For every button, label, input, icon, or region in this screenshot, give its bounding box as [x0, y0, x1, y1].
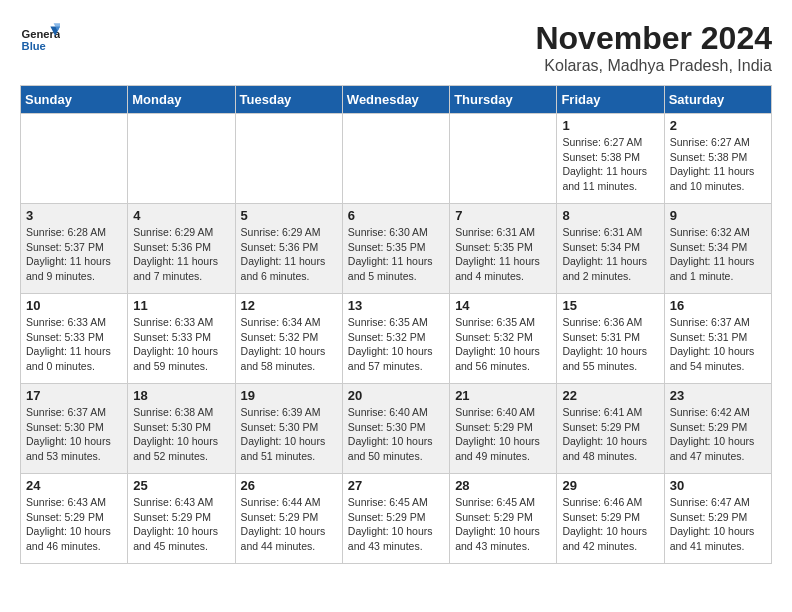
- cell-info: Sunrise: 6:43 AM Sunset: 5:29 PM Dayligh…: [26, 495, 122, 554]
- month-year: November 2024: [535, 20, 772, 57]
- calendar-cell: 8Sunrise: 6:31 AM Sunset: 5:34 PM Daylig…: [557, 204, 664, 294]
- day-number: 28: [455, 478, 551, 493]
- location: Kolaras, Madhya Pradesh, India: [535, 57, 772, 75]
- calendar-cell: 28Sunrise: 6:45 AM Sunset: 5:29 PM Dayli…: [450, 474, 557, 564]
- calendar-cell: 2Sunrise: 6:27 AM Sunset: 5:38 PM Daylig…: [664, 114, 771, 204]
- calendar-cell: 29Sunrise: 6:46 AM Sunset: 5:29 PM Dayli…: [557, 474, 664, 564]
- day-number: 15: [562, 298, 658, 313]
- cell-info: Sunrise: 6:44 AM Sunset: 5:29 PM Dayligh…: [241, 495, 337, 554]
- day-number: 11: [133, 298, 229, 313]
- day-number: 13: [348, 298, 444, 313]
- calendar-header-row: SundayMondayTuesdayWednesdayThursdayFrid…: [21, 86, 772, 114]
- calendar-cell: [21, 114, 128, 204]
- calendar-cell: 25Sunrise: 6:43 AM Sunset: 5:29 PM Dayli…: [128, 474, 235, 564]
- day-header-saturday: Saturday: [664, 86, 771, 114]
- calendar-cell: [450, 114, 557, 204]
- cell-info: Sunrise: 6:33 AM Sunset: 5:33 PM Dayligh…: [133, 315, 229, 374]
- day-number: 14: [455, 298, 551, 313]
- day-number: 20: [348, 388, 444, 403]
- calendar-week-row: 24Sunrise: 6:43 AM Sunset: 5:29 PM Dayli…: [21, 474, 772, 564]
- logo-icon: General Blue: [20, 20, 60, 60]
- day-number: 22: [562, 388, 658, 403]
- day-number: 19: [241, 388, 337, 403]
- day-number: 16: [670, 298, 766, 313]
- day-number: 2: [670, 118, 766, 133]
- cell-info: Sunrise: 6:27 AM Sunset: 5:38 PM Dayligh…: [670, 135, 766, 194]
- day-number: 4: [133, 208, 229, 223]
- calendar-table: SundayMondayTuesdayWednesdayThursdayFrid…: [20, 85, 772, 564]
- calendar-week-row: 10Sunrise: 6:33 AM Sunset: 5:33 PM Dayli…: [21, 294, 772, 384]
- title-block: November 2024 Kolaras, Madhya Pradesh, I…: [535, 20, 772, 75]
- cell-info: Sunrise: 6:33 AM Sunset: 5:33 PM Dayligh…: [26, 315, 122, 374]
- day-number: 21: [455, 388, 551, 403]
- logo: General Blue: [20, 20, 60, 60]
- calendar-cell: 3Sunrise: 6:28 AM Sunset: 5:37 PM Daylig…: [21, 204, 128, 294]
- day-number: 9: [670, 208, 766, 223]
- calendar-week-row: 17Sunrise: 6:37 AM Sunset: 5:30 PM Dayli…: [21, 384, 772, 474]
- calendar-cell: 7Sunrise: 6:31 AM Sunset: 5:35 PM Daylig…: [450, 204, 557, 294]
- calendar-week-row: 1Sunrise: 6:27 AM Sunset: 5:38 PM Daylig…: [21, 114, 772, 204]
- cell-info: Sunrise: 6:29 AM Sunset: 5:36 PM Dayligh…: [241, 225, 337, 284]
- day-number: 30: [670, 478, 766, 493]
- cell-info: Sunrise: 6:37 AM Sunset: 5:31 PM Dayligh…: [670, 315, 766, 374]
- day-header-monday: Monday: [128, 86, 235, 114]
- calendar-cell: 21Sunrise: 6:40 AM Sunset: 5:29 PM Dayli…: [450, 384, 557, 474]
- cell-info: Sunrise: 6:29 AM Sunset: 5:36 PM Dayligh…: [133, 225, 229, 284]
- calendar-cell: [128, 114, 235, 204]
- day-number: 27: [348, 478, 444, 493]
- day-header-friday: Friday: [557, 86, 664, 114]
- calendar-cell: 6Sunrise: 6:30 AM Sunset: 5:35 PM Daylig…: [342, 204, 449, 294]
- day-number: 1: [562, 118, 658, 133]
- cell-info: Sunrise: 6:43 AM Sunset: 5:29 PM Dayligh…: [133, 495, 229, 554]
- cell-info: Sunrise: 6:45 AM Sunset: 5:29 PM Dayligh…: [348, 495, 444, 554]
- cell-info: Sunrise: 6:30 AM Sunset: 5:35 PM Dayligh…: [348, 225, 444, 284]
- day-number: 24: [26, 478, 122, 493]
- calendar-cell: [235, 114, 342, 204]
- cell-info: Sunrise: 6:45 AM Sunset: 5:29 PM Dayligh…: [455, 495, 551, 554]
- calendar-cell: 1Sunrise: 6:27 AM Sunset: 5:38 PM Daylig…: [557, 114, 664, 204]
- day-number: 18: [133, 388, 229, 403]
- day-number: 12: [241, 298, 337, 313]
- page-header: General Blue November 2024 Kolaras, Madh…: [20, 20, 772, 75]
- cell-info: Sunrise: 6:35 AM Sunset: 5:32 PM Dayligh…: [348, 315, 444, 374]
- calendar-cell: 22Sunrise: 6:41 AM Sunset: 5:29 PM Dayli…: [557, 384, 664, 474]
- calendar-cell: 15Sunrise: 6:36 AM Sunset: 5:31 PM Dayli…: [557, 294, 664, 384]
- cell-info: Sunrise: 6:31 AM Sunset: 5:35 PM Dayligh…: [455, 225, 551, 284]
- calendar-cell: 26Sunrise: 6:44 AM Sunset: 5:29 PM Dayli…: [235, 474, 342, 564]
- cell-info: Sunrise: 6:31 AM Sunset: 5:34 PM Dayligh…: [562, 225, 658, 284]
- calendar-cell: 27Sunrise: 6:45 AM Sunset: 5:29 PM Dayli…: [342, 474, 449, 564]
- calendar-cell: 12Sunrise: 6:34 AM Sunset: 5:32 PM Dayli…: [235, 294, 342, 384]
- day-number: 10: [26, 298, 122, 313]
- calendar-cell: 19Sunrise: 6:39 AM Sunset: 5:30 PM Dayli…: [235, 384, 342, 474]
- calendar-cell: 17Sunrise: 6:37 AM Sunset: 5:30 PM Dayli…: [21, 384, 128, 474]
- day-number: 8: [562, 208, 658, 223]
- calendar-cell: 18Sunrise: 6:38 AM Sunset: 5:30 PM Dayli…: [128, 384, 235, 474]
- cell-info: Sunrise: 6:46 AM Sunset: 5:29 PM Dayligh…: [562, 495, 658, 554]
- cell-info: Sunrise: 6:35 AM Sunset: 5:32 PM Dayligh…: [455, 315, 551, 374]
- cell-info: Sunrise: 6:42 AM Sunset: 5:29 PM Dayligh…: [670, 405, 766, 464]
- svg-text:Blue: Blue: [22, 40, 46, 52]
- calendar-cell: 23Sunrise: 6:42 AM Sunset: 5:29 PM Dayli…: [664, 384, 771, 474]
- calendar-cell: 10Sunrise: 6:33 AM Sunset: 5:33 PM Dayli…: [21, 294, 128, 384]
- day-header-sunday: Sunday: [21, 86, 128, 114]
- calendar-week-row: 3Sunrise: 6:28 AM Sunset: 5:37 PM Daylig…: [21, 204, 772, 294]
- day-number: 25: [133, 478, 229, 493]
- calendar-cell: 9Sunrise: 6:32 AM Sunset: 5:34 PM Daylig…: [664, 204, 771, 294]
- cell-info: Sunrise: 6:32 AM Sunset: 5:34 PM Dayligh…: [670, 225, 766, 284]
- calendar-cell: 13Sunrise: 6:35 AM Sunset: 5:32 PM Dayli…: [342, 294, 449, 384]
- day-number: 6: [348, 208, 444, 223]
- cell-info: Sunrise: 6:40 AM Sunset: 5:30 PM Dayligh…: [348, 405, 444, 464]
- day-number: 29: [562, 478, 658, 493]
- calendar-cell: 11Sunrise: 6:33 AM Sunset: 5:33 PM Dayli…: [128, 294, 235, 384]
- calendar-cell: [342, 114, 449, 204]
- day-number: 17: [26, 388, 122, 403]
- cell-info: Sunrise: 6:37 AM Sunset: 5:30 PM Dayligh…: [26, 405, 122, 464]
- day-number: 7: [455, 208, 551, 223]
- calendar-cell: 30Sunrise: 6:47 AM Sunset: 5:29 PM Dayli…: [664, 474, 771, 564]
- day-header-tuesday: Tuesday: [235, 86, 342, 114]
- day-number: 5: [241, 208, 337, 223]
- cell-info: Sunrise: 6:38 AM Sunset: 5:30 PM Dayligh…: [133, 405, 229, 464]
- calendar-cell: 16Sunrise: 6:37 AM Sunset: 5:31 PM Dayli…: [664, 294, 771, 384]
- cell-info: Sunrise: 6:47 AM Sunset: 5:29 PM Dayligh…: [670, 495, 766, 554]
- cell-info: Sunrise: 6:27 AM Sunset: 5:38 PM Dayligh…: [562, 135, 658, 194]
